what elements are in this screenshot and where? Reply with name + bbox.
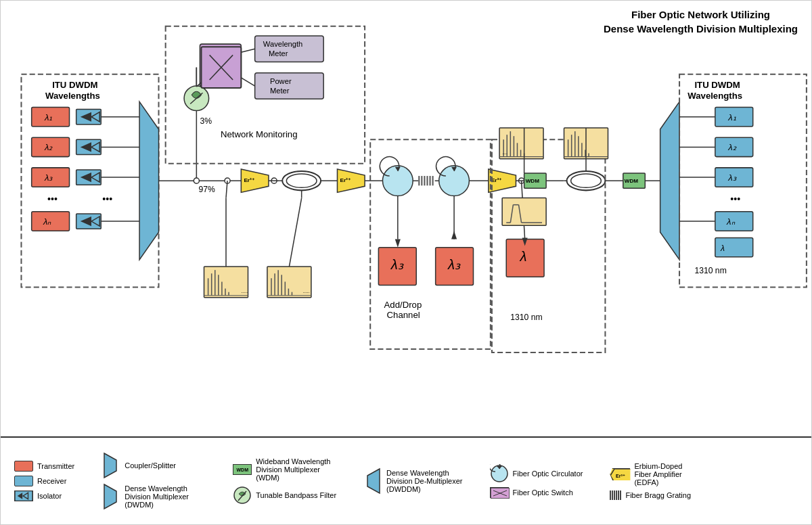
tx-dots2: ••• — [102, 193, 112, 204]
add-drop-lambda3-add-label: λ₃ — [447, 257, 461, 272]
legend-receiver: Receiver — [14, 476, 74, 486]
line-chart2-up — [289, 198, 301, 267]
main-container: Fiber Optic Network Utilizing Dense Wave… — [0, 0, 812, 525]
fcl1-dots: ····· — [241, 290, 248, 296]
legend-tunable: Tunable Bandpass Filter — [233, 486, 336, 505]
add-drop-label2: Channel — [387, 310, 420, 320]
legend-isolator: Isolator — [14, 490, 74, 501]
legend-col-4: Dense WavelengthDivision De-Multiplexer(… — [363, 467, 470, 495]
legend-fiber-switch: Fiber Optic Switch — [490, 487, 583, 498]
fiber-coil-2b — [571, 174, 602, 187]
legend-col-6: Er³⁺ Erbium-DopedFiber Amplifier(EDFA) F… — [610, 462, 699, 500]
tx-lambda3-label: λ₃ — [44, 173, 53, 183]
edfa3-label: Er³⁺ — [491, 177, 501, 183]
fiber-switch-icon — [490, 487, 509, 498]
add-drop-lambda3-drop-label: λ₃ — [390, 257, 404, 272]
edfa1-label: Er³⁺ — [244, 177, 254, 183]
legend-area: Transmitter Receiver Isolator — [1, 436, 811, 524]
pct3-label: 3% — [200, 116, 212, 126]
legend-col-5: Fiber Optic Circulator Fiber Optic Switc… — [490, 464, 591, 498]
splitter-node — [194, 178, 199, 183]
rx-1310nm-right-label: λ — [720, 244, 725, 253]
isolator-icon — [14, 490, 33, 501]
edfa-label: Erbium-DopedFiber Amplifier(EDFA) — [634, 462, 682, 486]
tunable-label: Tunable Bandpass Filter — [256, 491, 336, 499]
power-meter-label1: Power — [270, 77, 292, 85]
right-dwddm — [660, 101, 679, 260]
right-itu-label2: Wavelengths — [687, 91, 742, 101]
right-itu-label: ITU DWDM — [694, 80, 740, 90]
tx-lambdan-label: λₙ — [43, 216, 51, 227]
fcl2-dots: ····· — [303, 290, 310, 296]
coupler-label: Coupler/Splitter — [125, 461, 176, 470]
network-diagram: ITU DWDM Wavelengths λ₁ λ₂ λ₃ ••• ••• λₙ — [1, 1, 811, 436]
wavelength-meter-label2: Meter — [269, 49, 288, 58]
svg-marker-4 — [104, 484, 116, 509]
dwdm-icon — [102, 483, 120, 510]
wdm-right-label: WDM — [625, 178, 639, 184]
lambda-1310-left-label: λ — [520, 249, 527, 264]
legend-bragg: Fiber Bragg Grating — [610, 490, 691, 500]
wdm-label: Wideband WavelengthDivision Multiplexer(… — [256, 457, 330, 482]
svg-marker-3 — [104, 453, 116, 478]
legend-col-3: WDM Wideband WavelengthDivision Multiple… — [233, 457, 344, 505]
bragg-label: Fiber Bragg Grating — [625, 491, 691, 499]
receiver-icon — [14, 476, 33, 486]
edfa2-label: Er³⁺ — [340, 177, 351, 183]
rx-lambda2-label: λ₂ — [727, 142, 736, 152]
transmitter-icon — [14, 461, 33, 472]
wavelength-meter-label1: Wavelength — [263, 40, 303, 48]
fiber-coil-1b — [286, 174, 317, 187]
circulator-icon — [490, 464, 509, 483]
rx-lambdan-label: λₙ — [726, 216, 735, 227]
legend-wdm: WDM Wideband WavelengthDivision Multiple… — [233, 457, 336, 482]
legend-coupler: Coupler/Splitter — [102, 452, 206, 479]
legend-edfa: Er³⁺ Erbium-DopedFiber Amplifier(EDFA) — [610, 462, 691, 486]
rx-dots: ••• — [730, 193, 740, 204]
left-itu-label: ITU DWDM — [52, 80, 97, 90]
filter-chart-3 — [502, 198, 546, 226]
tx-lambda2-label: λ₂ — [44, 142, 53, 152]
line-coupler-wm — [241, 49, 254, 52]
dwddm-label: Dense WavelengthDivision De-Multiplexer(… — [386, 469, 462, 493]
rx-lambda3-label: λ₃ — [727, 173, 736, 183]
legend-dwddm: Dense WavelengthDivision De-Multiplexer(… — [363, 467, 462, 495]
tx-lambda1-label: λ₁ — [44, 112, 52, 122]
receiver-label: Receiver — [37, 477, 66, 485]
legend-dwdm: Dense Wavelength Division Multiplexer (D… — [102, 483, 206, 510]
nm1310-right: 1310 nm — [694, 266, 726, 275]
left-itu-label2: Wavelengths — [45, 91, 100, 101]
bragg-grating-icon — [610, 490, 621, 500]
svg-text:Er³⁺: Er³⁺ — [616, 474, 625, 478]
legend-col-2: Coupler/Splitter Dense Wavelength Divisi… — [102, 452, 214, 510]
wdm-icon: WDM — [233, 464, 252, 475]
legend-transmitter: Transmitter — [14, 461, 74, 472]
drop-arrow — [395, 239, 401, 247]
pct97-label: 97% — [198, 185, 215, 194]
circulator-label: Fiber Optic Circulator — [513, 470, 583, 478]
add-drop-label1: Add/Drop — [384, 300, 422, 310]
fc1-dots: ···· — [502, 152, 508, 157]
dwdm-label: Dense Wavelength Division Multiplexer (D… — [125, 484, 206, 509]
legend-col-1: Transmitter Receiver Isolator — [14, 461, 83, 501]
isolator-label: Isolator — [37, 492, 62, 500]
transmitter-label: Transmitter — [37, 462, 74, 470]
power-meter-label2: Meter — [270, 87, 290, 95]
dwddm-icon — [363, 467, 382, 495]
line-coupler-pm — [241, 78, 254, 86]
tunable-filter-icon — [233, 486, 252, 505]
svg-marker-7 — [367, 469, 380, 493]
coupler-icon — [102, 452, 120, 479]
diagram-area: Fiber Optic Network Utilizing Dense Wave… — [1, 1, 811, 436]
edfa-icon: Er³⁺ — [610, 468, 630, 480]
network-monitoring-label: Network Monitoring — [221, 129, 298, 139]
fiber-switch-label: Fiber Optic Switch — [513, 488, 573, 497]
rx-lambda1-label: λ₁ — [727, 112, 736, 122]
legend-circulator: Fiber Optic Circulator — [490, 464, 583, 483]
wdm-left-label: WDM — [526, 178, 540, 184]
nm1310-left-label: 1310 nm — [510, 313, 542, 322]
left-dwdm — [139, 101, 158, 260]
tx-dots: ••• — [47, 193, 58, 204]
